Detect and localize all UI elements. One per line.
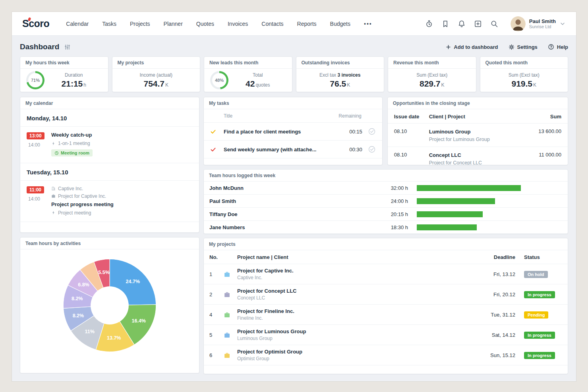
project-row[interactable]: 5 Project for Luminous Group Luminous Gr… (204, 325, 568, 345)
project-row[interactable]: 2 Project for Concept LLC Concept LLC Fr… (204, 284, 568, 305)
project-client: Optimist Group (237, 356, 472, 361)
task-row[interactable]: Send weekly summary (with attache... 00:… (204, 141, 382, 158)
event-start-badge: 13:00 (27, 132, 44, 139)
nav-tasks[interactable]: Tasks (102, 21, 116, 27)
task-row[interactable]: Find a place for client meetings 00:15 (204, 123, 382, 141)
nav-calendar[interactable]: Calendar (66, 21, 89, 27)
metric-label: Duration (44, 72, 103, 78)
bell-icon[interactable] (458, 20, 466, 28)
opp-col-client-project: Client | Project (429, 114, 524, 120)
member-name: John McDunn (209, 185, 357, 191)
nav-invoices[interactable]: Invoices (228, 21, 248, 27)
nav-planner[interactable]: Planner (164, 21, 183, 27)
project-deadline: Sun, 15.12 (472, 352, 515, 358)
project-name: Project for Captive Inc. (237, 268, 472, 274)
building-icon (51, 186, 56, 191)
user-name: Paul Smith (529, 18, 556, 25)
dashboard-filters-icon[interactable] (64, 44, 71, 50)
lightning-icon (51, 210, 56, 215)
metric-card-revenue[interactable]: Revenue this month Sum (Excl tax) 829.7K (388, 56, 476, 92)
time-tracker-icon[interactable] (425, 20, 433, 28)
panel-title: My projects (204, 238, 568, 250)
event-end-time: 14:00 (28, 196, 51, 202)
project-deadline: Tue, 31.12 (472, 312, 515, 318)
status-badge: In progress (524, 291, 555, 298)
add-to-dashboard-button[interactable]: Add to dashboard (446, 44, 498, 50)
nav-projects[interactable]: Projects (130, 21, 150, 27)
user-info: Paul Smith Sunrise Ltd (529, 18, 556, 29)
opp-project: Project for Luminous Group (429, 137, 524, 142)
bookmark-icon[interactable] (441, 20, 449, 28)
hours-bar (417, 211, 483, 217)
status-badge: In progress (524, 352, 555, 359)
gear-icon (509, 44, 514, 50)
proj-col-status: Status (524, 254, 562, 260)
svg-text:8.2%: 8.2% (72, 296, 83, 301)
project-briefcase-icon (224, 291, 237, 298)
settings-button[interactable]: Settings (509, 44, 538, 50)
task-complete-button[interactable] (368, 127, 376, 135)
status-badge: On hold (524, 271, 548, 278)
project-deadline: Fri, 13.12 (472, 271, 515, 277)
nav-right-tools: Paul Smith Sunrise Ltd (425, 16, 566, 31)
opp-col-issue-date: Issue date (394, 114, 429, 120)
progress-donut: 48% (210, 71, 228, 89)
project-deadline: Fri, 20.12 (472, 292, 515, 297)
svg-text:16.4%: 16.4% (132, 318, 146, 324)
panel-title: My tasks (204, 97, 382, 109)
meeting-room-tag[interactable]: Meeting room (51, 149, 93, 156)
calendar-event[interactable]: 11:00 14:00 Captive Inc. Project for Cap… (20, 181, 199, 222)
nav-budgets[interactable]: Budgets (330, 21, 350, 27)
tasks-col-title: Title (224, 113, 232, 119)
calendar-event[interactable]: 13:00 14:00 Weekly catch-up 1-on-1 meeti… (20, 127, 199, 163)
nav-quotes[interactable]: Quotes (196, 21, 214, 27)
proj-col-name: Project name | Client (237, 254, 472, 260)
metric-card-quoted[interactable]: Quoted this month Sum (Excl tax) 919.5K (480, 56, 569, 92)
member-name: Tiffany Doe (209, 211, 357, 217)
metric-card-title: My projects (112, 57, 200, 69)
user-menu[interactable]: Paul Smith Sunrise Ltd (511, 16, 566, 31)
nav-contacts[interactable]: Contacts (261, 21, 283, 27)
metric-value: 919.5K (485, 79, 563, 89)
project-row[interactable]: 4 Project for Fineline Inc. Fineline Inc… (204, 305, 568, 325)
team-hours-row[interactable]: John McDunn 32:00 h (204, 182, 568, 195)
event-type: Project meeting (58, 210, 91, 216)
panel-title: My calendar (20, 97, 199, 109)
help-button[interactable]: Help (548, 44, 568, 50)
team-hours-row[interactable]: Jane Numbers 18:30 h (204, 221, 568, 234)
my-tasks-panel: My tasks Title Remaining Find a place fo… (203, 97, 383, 165)
quick-add-icon[interactable] (474, 20, 482, 28)
team-hours-row[interactable]: Tiffany Doe 20:15 h (204, 208, 568, 221)
opportunity-row[interactable]: 08.10 Concept LLC Project for Concept LL… (388, 147, 568, 165)
member-hours: 24:00 h (357, 198, 409, 204)
page-actions: Add to dashboard Settings Help (446, 44, 568, 50)
metric-card-my-hours[interactable]: My hours this week 71% Duration 21:15h (20, 56, 108, 92)
event-company: Captive Inc. (58, 186, 83, 191)
panel-title: Team hours logged this week (204, 170, 568, 182)
panel-title: Opportunities in the closing stage (388, 97, 568, 109)
svg-text:6.8%: 6.8% (78, 282, 89, 288)
metric-card-my-projects[interactable]: My projects Income (actual) 754.7K (112, 56, 201, 92)
metric-label: Income (actual) (117, 72, 195, 78)
opp-sum: 13 600.00 (524, 128, 561, 142)
metric-card-new-leads[interactable]: New leads this month 48% Total 42quotes (204, 56, 292, 92)
scoro-logo[interactable]: Scoro (22, 18, 49, 29)
team-hours-by-activities-panel: Team hours by activities 24.7%16.4%13.7%… (20, 237, 199, 373)
project-row[interactable]: 6 Project for Optimist Group Optimist Gr… (204, 345, 568, 365)
opportunity-row[interactable]: 08.10 Luminous Group Project for Luminou… (388, 123, 568, 147)
metric-card-title: Outstanding invoices (296, 57, 384, 69)
metric-value: 76.5K (301, 79, 379, 89)
logo-text: Scoro (22, 18, 49, 29)
my-projects-panel: My projects No. Project name | Client De… (203, 238, 568, 374)
nav-reports[interactable]: Reports (297, 21, 317, 27)
search-icon[interactable] (490, 20, 498, 28)
hours-bar (417, 185, 521, 191)
dashboard-content: Dashboard Add to dashboard Settings Help (12, 36, 576, 374)
project-row[interactable]: 1 Project for Captive Inc. Captive Inc. … (204, 264, 568, 284)
metric-card-outstanding-invoices[interactable]: Outstanding invoices Excl tax 3 invoices… (296, 56, 385, 92)
task-complete-button[interactable] (368, 145, 376, 153)
status-badge: Pending (524, 311, 548, 319)
nav-more-menu[interactable]: ••• (364, 21, 372, 27)
project-deadline: Sat, 14.12 (472, 332, 515, 338)
team-hours-row[interactable]: Paul Smith 24:00 h (204, 195, 568, 208)
